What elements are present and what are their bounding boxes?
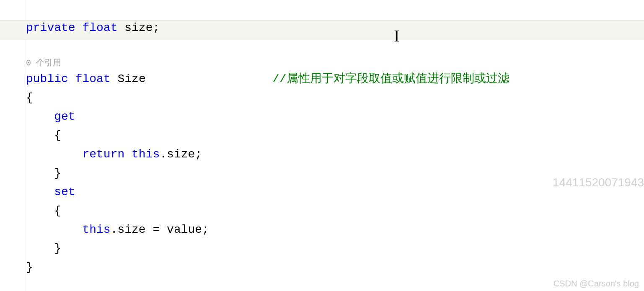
semicolon: ;	[202, 223, 209, 236]
keyword-get: get	[54, 110, 75, 123]
equals: =	[146, 223, 167, 236]
identifier-Size: Size	[117, 72, 145, 85]
keyword-float: float	[75, 72, 111, 85]
brace: }	[26, 261, 33, 274]
watermark-number: 14411520071943	[553, 176, 644, 189]
code-line-get[interactable]: get	[26, 108, 644, 126]
code-line-property-decl[interactable]: public float Size //属性用于对字段取值或赋值进行限制或过滤	[26, 70, 644, 89]
semicolon: ;	[195, 148, 202, 161]
code-line-brace-open[interactable]: {	[26, 202, 644, 221]
identifier-size: size	[117, 223, 145, 236]
codelens-references[interactable]: 0 个引用	[26, 57, 644, 70]
code-line-brace-close[interactable]: }	[26, 258, 644, 277]
keyword-return: return	[82, 148, 124, 161]
brace: {	[26, 91, 33, 104]
keyword-float: float	[82, 21, 117, 34]
keyword-private: private	[26, 21, 75, 34]
code-line-assign[interactable]: this.size = value;	[26, 221, 644, 239]
dot: .	[111, 223, 118, 236]
keyword-this: this	[82, 223, 110, 236]
keyword-public: public	[26, 72, 68, 85]
identifier-value: value	[167, 223, 202, 236]
code-line-brace-open[interactable]: {	[26, 126, 644, 145]
text-cursor-icon: I	[394, 26, 399, 46]
comment: //属性用于对字段取值或赋值进行限制或过滤	[272, 72, 510, 85]
brace: {	[54, 204, 61, 217]
code-line-field-decl[interactable]: private float size;	[26, 19, 644, 38]
identifier-size: size	[167, 148, 195, 161]
code-line-set[interactable]: set	[26, 183, 644, 202]
code-line-return[interactable]: return this.size;	[26, 145, 644, 164]
brace: {	[54, 129, 61, 142]
code-editor[interactable]: private float size; 0 个引用 public float S…	[26, 0, 644, 277]
code-line-blank	[26, 0, 644, 19]
keyword-this: this	[132, 148, 160, 161]
brace: }	[54, 167, 61, 180]
line-gutter	[0, 0, 24, 291]
semicolon: ;	[153, 21, 160, 34]
code-line-blank	[26, 38, 644, 57]
watermark-csdn: CSDN @Carson's blog	[553, 279, 639, 288]
code-line-brace-close[interactable]: }	[26, 164, 644, 183]
dot: .	[160, 148, 167, 161]
brace: }	[54, 242, 61, 255]
keyword-set: set	[54, 185, 75, 198]
code-line-brace-open[interactable]: {	[26, 89, 644, 108]
code-line-brace-close[interactable]: }	[26, 239, 644, 258]
identifier-size: size	[124, 21, 153, 34]
